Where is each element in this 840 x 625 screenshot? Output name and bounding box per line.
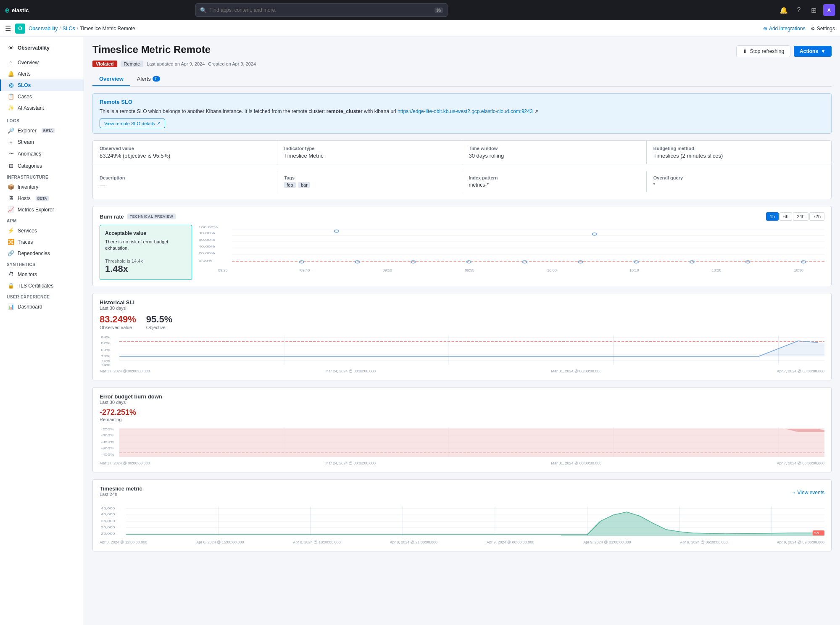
timeslice-title-group: Timeslice metric Last 24h: [100, 485, 142, 500]
time-btn-24h[interactable]: 24h: [793, 212, 808, 221]
description-cell: Description —: [93, 171, 277, 192]
alerts-count-badge: 0: [153, 76, 160, 82]
nav-right: ⊕ Add integrations ⚙ Settings: [763, 26, 835, 32]
svg-marker-54: [119, 429, 824, 457]
view-remote-slo-button[interactable]: View remote SLO details ↗: [100, 119, 165, 128]
burn-rate-chart-area: 100.00% 80.00% 60.00% 40.00% 20.00% 5.00…: [197, 225, 824, 267]
tab-alerts[interactable]: Alerts 0: [130, 72, 167, 86]
tab-overview[interactable]: Overview: [92, 72, 130, 86]
sli-observed-label: Observed value: [100, 325, 136, 330]
acceptable-value-title: Acceptable value: [105, 230, 187, 236]
elastic-logo[interactable]: e elastic: [5, 6, 29, 15]
sidebar-item-cases[interactable]: 📋 Cases: [0, 91, 84, 102]
sidebar-main-nav: ⌂ Overview 🔔 Alerts ◎ SLOs 📋 Cases ✨ AI …: [0, 55, 84, 115]
observability-logo: O: [15, 24, 25, 34]
sidebar-item-anomalies[interactable]: 〜 Anomalies: [0, 148, 84, 160]
sidebar-item-traces[interactable]: 🔀 Traces: [0, 236, 84, 248]
time-btn-6h[interactable]: 6h: [779, 212, 792, 221]
sidebar-item-alerts[interactable]: 🔔 Alerts: [0, 68, 84, 79]
sidebar: 👁 Observability ⌂ Overview 🔔 Alerts ◎ SL…: [0, 37, 84, 625]
explorer-beta-badge: BETA: [42, 128, 55, 133]
dependencies-icon: 🔗: [8, 250, 14, 256]
error-budget-value-group: -272.251% Remaining: [100, 408, 824, 422]
page-title: Timeslice Metric Remote: [92, 44, 211, 55]
sidebar-item-slos[interactable]: ◎ SLOs: [0, 79, 84, 91]
breadcrumb-observability[interactable]: Observability: [29, 26, 58, 32]
external-link-icon: ↗: [157, 121, 161, 126]
svg-text:60.00%: 60.00%: [198, 238, 215, 241]
svg-text:25,000: 25,000: [101, 532, 115, 535]
add-integrations-button[interactable]: ⊕ Add integrations: [763, 26, 806, 32]
acceptable-value-text: There is no risk of error budget exhaust…: [105, 239, 187, 252]
svg-text:76%: 76%: [101, 359, 110, 363]
breadcrumb-current: Timeslice Metric Remote: [80, 26, 135, 32]
stop-refreshing-button[interactable]: ⏸ Stop refreshing: [736, 45, 790, 57]
notifications-icon[interactable]: 🔔: [778, 4, 790, 16]
svg-text:-450%: -450%: [101, 453, 114, 456]
search-bar[interactable]: 🔍 ⌘/: [195, 3, 448, 17]
svg-text:45,000: 45,000: [101, 507, 115, 510]
sidebar-item-services[interactable]: ⚡ Services: [0, 225, 84, 236]
sidebar-item-monitors[interactable]: ⏱ Monitors: [0, 269, 84, 280]
svg-point-17: [334, 230, 339, 232]
svg-text:40,000: 40,000: [101, 513, 115, 516]
actions-button[interactable]: Actions ▼: [794, 46, 832, 57]
details-grid: Description — Tags foo bar Index pattern…: [93, 171, 831, 192]
tags-row: Violated Remote Last updated on Apr 9, 2…: [92, 61, 832, 67]
apm-section-label: APM: [0, 215, 84, 225]
sidebar-item-inventory[interactable]: 📦 Inventory: [0, 181, 84, 193]
menu-icon[interactable]: ☰: [5, 24, 11, 32]
breadcrumb-sep-1: /: [59, 26, 61, 32]
time-window-cell: Time window 30 days rolling: [462, 141, 647, 164]
search-icon: 🔍: [200, 7, 207, 13]
svg-point-18: [592, 233, 597, 235]
sli-observed-group: 83.249% Observed value: [100, 314, 136, 330]
remote-url-link[interactable]: https://edge-lite-obit.kb.us-west2.gcp.e…: [398, 108, 533, 114]
index-pattern-cell: Index pattern metrics-*: [462, 171, 647, 192]
timeslice-subtitle: Last 24h: [100, 492, 142, 497]
sidebar-item-tls[interactable]: 🔒 TLS Certificates: [0, 280, 84, 291]
sidebar-item-categories[interactable]: ⊞ Categories: [0, 160, 84, 171]
cases-icon: 📋: [8, 93, 14, 100]
grid-icon[interactable]: ⊞: [808, 4, 820, 16]
violated-tag: Violated: [92, 61, 117, 67]
stream-icon: ≡: [8, 139, 14, 145]
breadcrumb-slos[interactable]: SLOs: [63, 26, 75, 32]
sidebar-item-dashboard[interactable]: 📊 Dashboard: [0, 301, 84, 312]
breadcrumb: Observability / SLOs / Timeslice Metric …: [29, 26, 135, 32]
help-icon[interactable]: ?: [793, 4, 805, 16]
sidebar-item-metrics-explorer[interactable]: 📈 Metrics Explorer: [0, 204, 84, 215]
plus-icon: ⊕: [763, 26, 767, 32]
settings-button[interactable]: ⚙ Settings: [811, 26, 835, 32]
sidebar-item-dependencies[interactable]: 🔗 Dependencies: [0, 248, 84, 259]
sidebar-item-stream[interactable]: ≡ Stream: [0, 136, 84, 148]
remote-slo-description: This is a remote SLO which belongs to an…: [100, 108, 824, 115]
time-btn-1h[interactable]: 1h: [766, 212, 779, 221]
error-budget-chart: -250% -300% -350% -400% -450%: [100, 425, 824, 459]
sli-values: 83.249% Observed value 95.5% Objective: [100, 314, 824, 330]
svg-text:-300%: -300%: [101, 434, 114, 437]
svg-text:30,000: 30,000: [101, 526, 115, 529]
page-header: Timeslice Metric Remote ⏸ Stop refreshin…: [92, 44, 832, 57]
remote-tag: Remote: [121, 61, 144, 67]
timeslice-x-axis: Apr 8, 2024 @ 12:00:00.000 Apr 8, 2024 @…: [100, 539, 824, 545]
tags-cell: Tags foo bar: [277, 171, 462, 192]
sidebar-item-explorer[interactable]: 🔎 Explorer BETA: [0, 125, 84, 136]
sidebar-item-overview[interactable]: ⌂ Overview: [0, 57, 84, 68]
tag-foo: foo: [284, 182, 295, 188]
chevron-down-icon: ▼: [821, 48, 826, 54]
pause-icon: ⏸: [743, 48, 748, 54]
search-input[interactable]: [209, 7, 434, 13]
ai-icon: ✨: [8, 105, 14, 111]
view-events-link[interactable]: → View events: [791, 490, 824, 496]
sidebar-item-ai-assistant[interactable]: ✨ AI Assistant: [0, 102, 84, 113]
created-on: Created on Apr 9, 2024: [208, 61, 256, 66]
sidebar-item-hosts[interactable]: 🖥 Hosts BETA: [0, 193, 84, 204]
tag-bar: bar: [298, 182, 310, 188]
user-avatar[interactable]: A: [823, 4, 835, 16]
services-icon: ⚡: [8, 227, 14, 234]
time-btn-72h[interactable]: 72h: [809, 212, 824, 221]
categories-icon: ⊞: [8, 163, 14, 169]
observed-value-cell: Observed value 83.249% (objective is 95.…: [93, 141, 277, 164]
error-budget-x-axis: Mar 17, 2024 @ 00:00:00.000 Mar 24, 2024…: [100, 460, 824, 466]
